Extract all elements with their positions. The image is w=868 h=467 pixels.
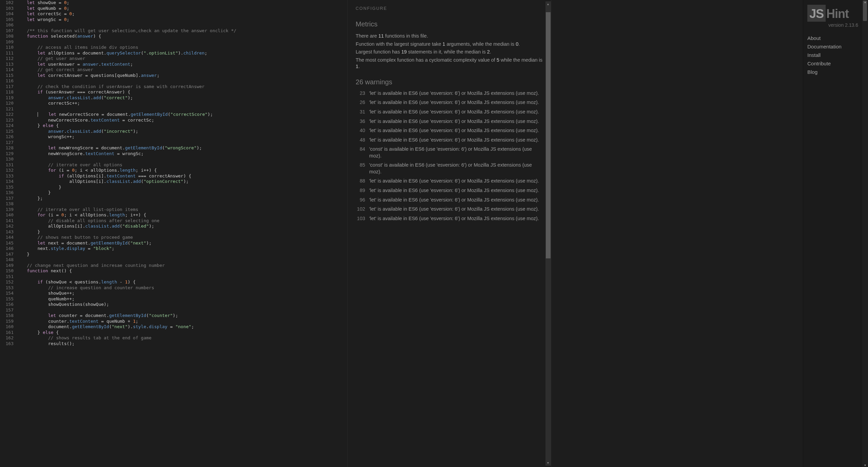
code-line[interactable]: function next() { (16, 268, 347, 274)
code-line[interactable]: answer.classList.add("correct"); (16, 95, 347, 101)
code-line[interactable]: showQuestions(showQue); (16, 302, 347, 307)
nav-link-install[interactable]: Install (807, 52, 858, 58)
code-line[interactable]: // disable all options after selecting o… (16, 218, 347, 224)
warning-row[interactable]: 36'let' is available in ES6 (use 'esvers… (356, 118, 543, 125)
output-panel[interactable]: CONFIGURE Metrics There are 11 functions… (347, 0, 551, 467)
code-line[interactable]: function seleceted(answer) { (16, 34, 347, 39)
code-line[interactable]: if (allOptions[i].textContent === correc… (16, 173, 347, 179)
code-line[interactable]: let next = document.getElementById("next… (16, 240, 347, 246)
warning-row[interactable]: 23'let' is available in ES6 (use 'esvers… (356, 90, 543, 97)
code-line[interactable]: // access all items inside div options (16, 45, 347, 50)
code-line[interactable]: } (16, 229, 347, 235)
line-number: 112 (0, 56, 14, 62)
nav-link-blog[interactable]: Blog (807, 69, 858, 75)
code-line[interactable]: // check the condition if userAnswer is … (16, 84, 347, 90)
code-line[interactable]: let allOptions = document.querySelector(… (16, 50, 347, 56)
code-line[interactable]: if (userAnswer === correctAnswer) { (16, 89, 347, 95)
code-line[interactable]: if (showQue < questions.length - 1) { (16, 279, 347, 285)
code-line[interactable] (16, 22, 347, 28)
nav-link-contribute[interactable]: Contribute (807, 61, 858, 66)
nav-link-about[interactable]: About (807, 35, 858, 41)
configure-link[interactable]: CONFIGURE (356, 6, 543, 11)
code-line[interactable]: // shows next button to proceed game (16, 235, 347, 240)
code-area[interactable]: let showQue = 0; let queNumb = 0; let co… (16, 0, 347, 467)
code-line[interactable]: } (16, 185, 347, 190)
code-line[interactable]: // get correct answer (16, 67, 347, 73)
code-line[interactable]: let showQue = 0; (16, 0, 347, 6)
warning-row[interactable]: 85'const' is available in ES6 (use 'esve… (356, 162, 543, 175)
code-line[interactable] (16, 257, 347, 263)
code-line[interactable]: correctSc++; (16, 101, 347, 106)
line-number: 109 (0, 39, 14, 45)
code-line[interactable]: } else { (16, 123, 347, 129)
code-line[interactable]: // iterrate over all list-option items (16, 207, 347, 213)
code-line[interactable]: let userAnswer = answer.textContent; (16, 62, 347, 67)
scroll-down-icon[interactable]: ▾ (862, 463, 868, 467)
code-line[interactable]: queNumb++; (16, 296, 347, 302)
code-line[interactable]: showQue++; (16, 291, 347, 296)
window-scrollbar[interactable]: ▴ ▾ (862, 0, 868, 467)
scroll-up-icon[interactable]: ▴ (545, 1, 551, 7)
code-line[interactable]: let newCorrectScore = document.getElemen… (16, 112, 347, 118)
text-cursor (38, 112, 38, 117)
scroll-down-icon[interactable]: ▾ (545, 460, 551, 466)
code-line[interactable]: allOptions[i].classList.add("disabled"); (16, 224, 347, 229)
code-line[interactable]: counter.textContent = queNumb + 1; (16, 319, 347, 324)
code-line[interactable] (16, 78, 347, 84)
warning-row[interactable]: 96'let' is available in ES6 (use 'esvers… (356, 197, 543, 204)
code-line[interactable]: newWrongScore.textContent = wrongSc; (16, 151, 347, 157)
code-line[interactable]: for (i = 0; i < allOptions.length; i++) … (16, 212, 347, 218)
warning-row[interactable]: 26'let' is available in ES6 (use 'esvers… (356, 99, 543, 106)
code-line[interactable] (16, 274, 347, 280)
warning-row[interactable]: 31'let' is available in ES6 (use 'esvers… (356, 109, 543, 115)
code-editor[interactable]: 1021031041051061071081091101111121131141… (0, 0, 347, 467)
code-line[interactable] (16, 39, 347, 45)
code-line[interactable]: next.style.display = "block"; (16, 246, 347, 252)
code-line[interactable] (16, 140, 347, 146)
warning-row[interactable]: 103'let' is available in ES6 (use 'esver… (356, 215, 543, 222)
code-line[interactable]: } else { (16, 330, 347, 336)
code-line[interactable]: let wrongSc = 0; (16, 17, 347, 23)
code-line[interactable]: /** this function will get user selectio… (16, 28, 347, 34)
output-scrollbar[interactable]: ▴ ▾ (545, 1, 551, 466)
code-line[interactable]: // shows results tab at the end of game (16, 335, 347, 341)
code-line[interactable]: document.getElementById("next").style.di… (16, 324, 347, 330)
sidebar: JS Hint version 2.13.6 AboutDocumentatio… (803, 0, 862, 467)
logo[interactable]: JS Hint (807, 5, 858, 22)
line-number: 123 (0, 118, 14, 123)
nav-link-documentation[interactable]: Documentation (807, 44, 858, 49)
code-line[interactable] (16, 106, 347, 112)
code-line[interactable]: results(); (16, 341, 347, 347)
warning-line-number: 89 (356, 187, 365, 194)
code-line[interactable]: let correctAnswer = questions[queNumb].a… (16, 73, 347, 79)
code-line[interactable]: // iterrate over all options (16, 162, 347, 168)
code-line[interactable]: let queNumb = 0; (16, 6, 347, 12)
warning-row[interactable]: 102'let' is available in ES6 (use 'esver… (356, 206, 543, 213)
scroll-thumb[interactable] (546, 12, 551, 258)
code-line[interactable]: // change next question and incresae cou… (16, 263, 347, 269)
code-line[interactable]: allOptions[i].classList.add("optionCorre… (16, 179, 347, 185)
code-line[interactable]: for (i = 0; i < allOptions.length; i++) … (16, 168, 347, 173)
code-line[interactable]: let newWrongScore = document.getElementB… (16, 145, 347, 151)
scroll-up-icon[interactable]: ▴ (862, 0, 868, 4)
code-line[interactable]: } (16, 190, 347, 196)
warning-row[interactable]: 48'let' is available in ES6 (use 'esvers… (356, 137, 543, 144)
code-line[interactable] (16, 156, 347, 162)
code-line[interactable] (16, 201, 347, 207)
warning-row[interactable]: 40'let' is available in ES6 (use 'esvers… (356, 127, 543, 134)
code-line[interactable]: let counter = document.getElementById("c… (16, 313, 347, 319)
code-line[interactable]: newCorrectScore.textContent = correctSc; (16, 118, 347, 123)
code-line[interactable]: } (16, 252, 347, 257)
code-line[interactable] (16, 307, 347, 313)
warning-row[interactable]: 88'let' is available in ES6 (use 'esvers… (356, 178, 543, 185)
warning-row[interactable]: 89'let' is available in ES6 (use 'esvers… (356, 187, 543, 194)
line-number: 107 (0, 28, 14, 34)
code-line[interactable]: let correctSc = 0; (16, 11, 347, 17)
code-line[interactable]: // get user answer (16, 56, 347, 62)
code-line[interactable]: }; (16, 196, 347, 201)
code-line[interactable]: // increase question and counter numbers (16, 285, 347, 291)
code-line[interactable]: wrongSc++; (16, 134, 347, 140)
code-line[interactable]: answer.classList.add("incorrect"); (16, 129, 347, 134)
warning-row[interactable]: 84'const' is available in ES6 (use 'esve… (356, 146, 543, 159)
warning-message: 'let' is available in ES6 (use 'esversio… (369, 90, 543, 97)
